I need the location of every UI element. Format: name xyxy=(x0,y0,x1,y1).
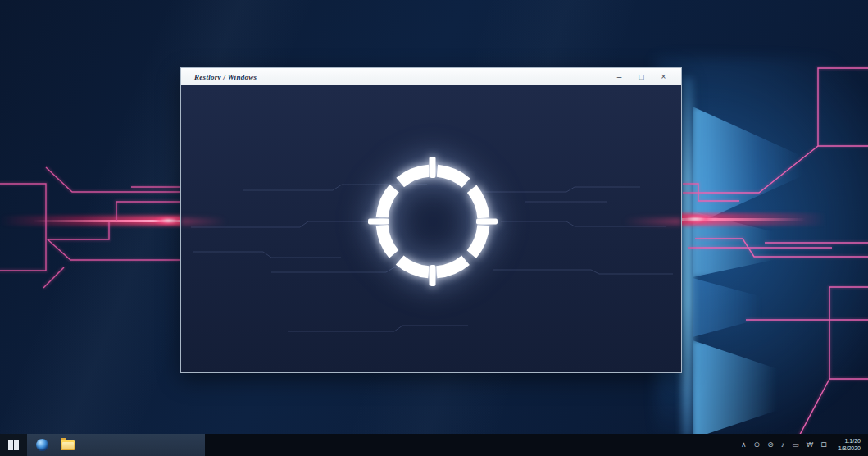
clock-time: 1.1/20 xyxy=(838,438,861,445)
taskbar-left-section xyxy=(0,434,205,456)
pinned-apps xyxy=(36,439,75,451)
file-explorer-icon[interactable] xyxy=(61,440,75,450)
windows-logo-icon xyxy=(8,440,19,450)
action-center-icon[interactable]: ⊟ xyxy=(820,434,827,456)
browser-orb-icon[interactable] xyxy=(36,439,48,451)
desktop: Restlorv / Windows – □ × xyxy=(0,0,868,456)
taskbar-clock[interactable]: 1.1/20 1/8/2020 xyxy=(838,438,861,452)
clock-date: 1/8/2020 xyxy=(838,445,861,453)
network-circle-icon[interactable]: ⊘ xyxy=(767,434,774,456)
start-button[interactable] xyxy=(0,434,27,456)
window-titlebar[interactable]: Restlorv / Windows – □ × xyxy=(181,68,681,85)
volume-icon[interactable]: ♪ xyxy=(781,434,785,456)
window-title: Restlorv / Windows xyxy=(194,73,257,81)
window-content xyxy=(181,85,681,372)
app-window: Restlorv / Windows – □ × xyxy=(180,67,682,373)
red-bleed-left xyxy=(181,218,226,225)
system-tray: ∧ ⊙ ⊘ ♪ ▭ ₩ ⊟ 1.1/20 1/8/2020 xyxy=(741,434,868,456)
red-bleed-right xyxy=(624,218,681,225)
status-circle-icon[interactable]: ⊙ xyxy=(754,434,761,456)
hidden-icons-chevron-icon[interactable]: ∧ xyxy=(741,434,747,456)
loading-spinner-ring xyxy=(363,152,502,291)
wifi-bars-icon[interactable]: ₩ xyxy=(807,434,814,456)
maximize-button[interactable]: □ xyxy=(630,68,652,85)
keyboard-icon[interactable]: ▭ xyxy=(792,434,799,456)
close-button[interactable]: × xyxy=(652,68,675,85)
taskbar: ∧ ⊙ ⊘ ♪ ▭ ₩ ⊟ 1.1/20 1/8/2020 xyxy=(0,434,868,456)
minimize-button[interactable]: – xyxy=(608,68,630,85)
window-controls: – □ × xyxy=(608,68,675,85)
